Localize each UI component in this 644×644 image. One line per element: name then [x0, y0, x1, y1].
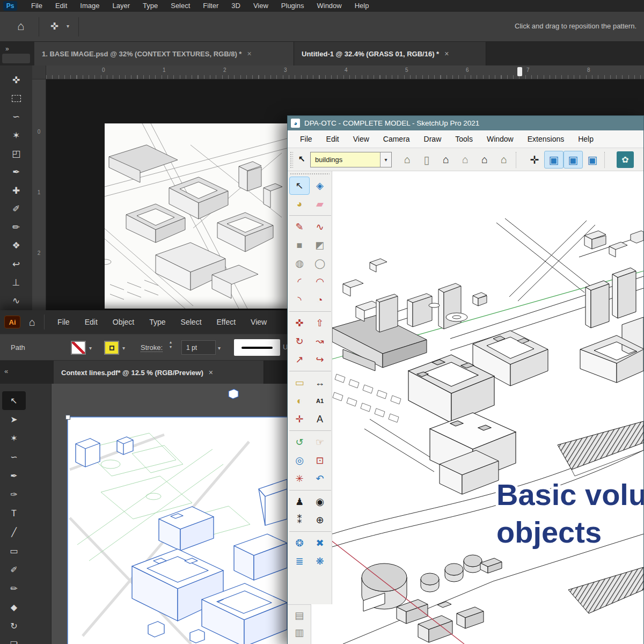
bricks-material-icon[interactable]: ▤: [289, 607, 310, 624]
document-tab-active[interactable]: Untitled-1 @ 32.4% (GRASS 01, RGB/16) * …: [294, 42, 486, 65]
marquee-tool-icon[interactable]: [6, 89, 26, 107]
menu-item[interactable]: File: [50, 318, 77, 326]
paintbrush-tool-icon[interactable]: ✐: [2, 560, 26, 579]
protractor-tool-icon[interactable]: ◐: [289, 392, 310, 410]
healing-brush-tool-icon[interactable]: ✚: [6, 181, 26, 200]
document-tab[interactable]: 1. BASE IMAGE.psd @ 32% (CONTEXT TEXTURE…: [34, 42, 294, 65]
menu-item[interactable]: Edit: [319, 135, 346, 143]
palette-drag-handle[interactable]: [290, 173, 330, 175]
menu-item[interactable]: Plugins: [275, 0, 311, 12]
chevron-down-icon[interactable]: ▾: [67, 23, 69, 29]
collapse-panels-icon[interactable]: »: [5, 45, 8, 53]
palette-separator[interactable]: [289, 488, 331, 493]
section-fill-icon[interactable]: ▣: [583, 151, 602, 169]
eraser-tool-icon[interactable]: ◆: [2, 598, 26, 617]
brush-tool-icon[interactable]: ✐: [6, 200, 26, 218]
palette-separator[interactable]: [289, 428, 331, 433]
text-tool-icon[interactable]: A1: [310, 392, 330, 410]
chevron-down-icon[interactable]: ▾: [380, 152, 391, 167]
rotate-tool-icon[interactable]: ↻: [2, 617, 26, 635]
axes-display-icon[interactable]: ✛: [525, 151, 544, 169]
eyedropper-tool-icon[interactable]: ✒: [6, 163, 26, 181]
push-pull-tool-icon[interactable]: ⇧: [310, 314, 330, 332]
eraser-tool-icon[interactable]: ▰: [310, 195, 330, 213]
rectangle-tool-icon[interactable]: ■: [289, 236, 310, 254]
menu-item[interactable]: File: [293, 135, 319, 143]
sketchup-titlebar[interactable]: ◕ DPA-OTC - COMPLETE MODEL - SketchUp Pr…: [288, 116, 643, 130]
collapse-panels-icon[interactable]: «: [4, 367, 8, 375]
tape-measure-tool-icon[interactable]: ▭: [289, 374, 310, 392]
menu-item[interactable]: Effect: [209, 318, 244, 326]
zoom-extents-tool-icon[interactable]: ✳: [289, 470, 310, 488]
toolbar-separator[interactable]: [604, 152, 611, 168]
menu-item[interactable]: Window: [480, 135, 521, 143]
toolbar-separator[interactable]: [516, 152, 523, 168]
menu-item[interactable]: Edit: [77, 318, 105, 326]
component-search-combobox[interactable]: buildings ▾: [310, 152, 392, 167]
crop-tool-icon[interactable]: ◰: [6, 144, 26, 163]
menu-item[interactable]: Tools: [448, 135, 480, 143]
rectangle-tool-icon[interactable]: ▭: [2, 541, 26, 560]
axes-tool-icon[interactable]: ✛: [289, 410, 310, 428]
stroke-weight-stepper[interactable]: ▴▾: [170, 340, 172, 349]
house-component-icon[interactable]: ⌂: [398, 151, 417, 169]
make-component-icon[interactable]: ◈: [310, 177, 330, 195]
zoom-tool-icon[interactable]: ◎: [289, 451, 310, 470]
clone-stamp-tool-icon[interactable]: ⊥: [6, 273, 26, 291]
close-icon[interactable]: ×: [209, 368, 213, 377]
home-icon[interactable]: ⌂: [29, 316, 35, 328]
menu-item[interactable]: Layer: [106, 0, 137, 12]
layers-tool-icon[interactable]: ≣: [289, 552, 310, 570]
house-outline-icon[interactable]: ⌂: [475, 151, 494, 169]
menu-item[interactable]: 3D: [225, 0, 247, 12]
section-cut-icon[interactable]: ▣: [564, 151, 583, 169]
menu-item[interactable]: Select: [164, 0, 196, 12]
menu-item[interactable]: Window: [310, 0, 348, 12]
stroke-label[interactable]: Stroke:: [141, 343, 163, 352]
magic-wand-tool-icon[interactable]: ✶: [6, 126, 26, 144]
pie-tool-icon[interactable]: ◔: [310, 291, 330, 309]
flip-tool-icon[interactable]: ✖: [310, 534, 330, 552]
curvature-tool-icon[interactable]: ✑: [2, 485, 26, 504]
move-tool-icon[interactable]: ✜: [289, 314, 310, 332]
lasso-tool-icon[interactable]: ∽: [2, 448, 26, 466]
vertical-ruler[interactable]: 012: [32, 79, 46, 310]
toolbar-drag-handle[interactable]: [290, 151, 293, 168]
menu-item[interactable]: Type: [136, 0, 164, 12]
zoom-window-tool-icon[interactable]: ⊡: [310, 451, 330, 470]
paint-bucket-icon[interactable]: ◕: [289, 195, 310, 213]
sketchup-viewport[interactable]: Basic volum objects: [332, 171, 643, 644]
freehand-tool-icon[interactable]: ∿: [310, 218, 330, 236]
line-tool-icon[interactable]: ✎: [289, 218, 310, 236]
offset-tool-icon[interactable]: ↪: [310, 350, 330, 369]
line-segment-tool-icon[interactable]: ╱: [2, 523, 26, 541]
solid-inspector-icon[interactable]: ❂: [289, 534, 310, 552]
type-tool-icon[interactable]: T: [2, 504, 26, 523]
box-component-icon[interactable]: ▯: [417, 151, 436, 169]
match-photo-icon[interactable]: ▥: [289, 624, 310, 641]
selection-tool-icon[interactable]: ↖: [2, 391, 26, 410]
arc-tool-icon[interactable]: ◜: [289, 273, 310, 291]
shaper-tool-icon[interactable]: ✏: [2, 579, 26, 598]
scale-tool-icon[interactable]: ❏: [2, 635, 26, 644]
menu-item[interactable]: Draw: [417, 135, 449, 143]
pan-tool-icon[interactable]: ☞: [310, 433, 330, 451]
navigation-compass-icon[interactable]: ⊕: [310, 511, 330, 529]
rotated-rectangle-tool-icon[interactable]: ◩: [310, 236, 330, 254]
menu-item[interactable]: File: [25, 0, 49, 12]
lasso-tool-icon[interactable]: ∽: [6, 108, 26, 126]
vegetation-plugin-icon[interactable]: ✿: [617, 151, 634, 168]
menu-item[interactable]: View: [243, 318, 274, 326]
close-icon[interactable]: ×: [247, 49, 251, 58]
follow-me-tool-icon[interactable]: ↝: [310, 332, 330, 350]
direct-selection-tool-icon[interactable]: ➤: [2, 410, 26, 429]
menu-item[interactable]: Type: [142, 318, 173, 326]
home-filled-icon[interactable]: ⌂: [436, 151, 456, 169]
stroke-weight-field[interactable]: 1 pt: [181, 340, 216, 355]
position-camera-tool-icon[interactable]: ♟: [289, 493, 310, 511]
menu-item[interactable]: View: [346, 135, 376, 143]
threed-text-tool-icon[interactable]: A: [310, 410, 330, 428]
look-around-tool-icon[interactable]: ◉: [310, 493, 330, 511]
palette-separator[interactable]: [289, 369, 331, 374]
illustrator-canvas[interactable]: [52, 384, 287, 644]
